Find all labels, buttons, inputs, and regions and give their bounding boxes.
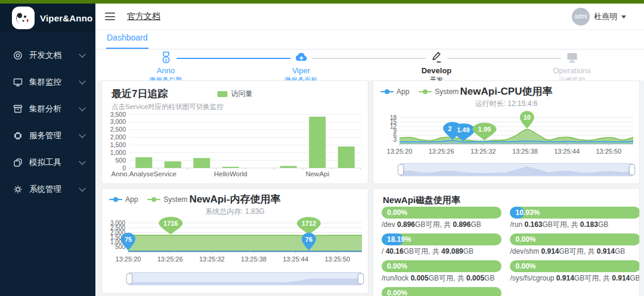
chevron-down-icon	[79, 185, 85, 191]
disk-percent-label: 0.00%	[515, 233, 535, 245]
official-docs-link[interactable]: 官方文档	[127, 11, 160, 22]
panel-title: NewApi-CPU使用率	[373, 85, 639, 98]
disk-percent-label: 0.00%	[515, 260, 535, 272]
avatar[interactable]: admi	[572, 8, 590, 26]
step-connector	[447, 58, 561, 59]
sidebar: Viper&Anno 开发文档 集群监控 集群分析 服务管理	[0, 4, 95, 296]
svg-text:HelloWorld: HelloWorld	[214, 170, 247, 177]
user-menu[interactable]: admi 杜燕明	[572, 8, 634, 26]
panel-subtitle: 运行时长: 12:15:4:6	[373, 99, 639, 109]
step-viper: Viper 微服务面板	[253, 51, 349, 85]
visits-bar-chart[interactable]: 3,5003,0002,5002,0001,5001,0005000Anno.A…	[102, 111, 369, 182]
username: 杜燕明	[594, 11, 617, 22]
svg-text:13:25:50: 13:25:50	[324, 256, 350, 263]
disk-progress-bar: 0.00%	[382, 287, 501, 296]
panel-subtitle: 系统总内存: 1.83G	[102, 207, 368, 217]
svg-text:3: 3	[393, 136, 397, 143]
svg-text:1712: 1712	[302, 220, 316, 227]
legend-label: 访问量	[231, 89, 253, 99]
datazoom-handle[interactable]	[358, 273, 364, 284]
memory-datazoom-slider[interactable]	[128, 272, 362, 285]
sidebar-item-system-mgmt[interactable]: 系统管理	[0, 176, 95, 202]
disk-progress-bar: 0.00%	[510, 233, 640, 245]
chevron-down-icon	[79, 131, 85, 138]
svg-text:13:25:32: 13:25:32	[470, 148, 496, 155]
svg-text:NewApi: NewApi	[305, 170, 329, 177]
disk-mount-label: /dev/shm 0.914GB可用, 共 0.914GB	[510, 247, 640, 257]
svg-text:500: 500	[115, 157, 126, 164]
visits-bar[interactable]	[135, 157, 152, 168]
legend-visits[interactable]: 访问量	[218, 89, 253, 99]
visits-bar[interactable]	[280, 166, 297, 168]
step-title: Develop	[389, 66, 484, 75]
app-root: Viper&Anno 开发文档 集群监控 集群分析 服务管理	[0, 0, 644, 296]
sidebar-item-service-mgmt[interactable]: 服务管理	[0, 122, 95, 149]
svg-text:1.99: 1.99	[478, 126, 491, 133]
panel-title: NewApi-内存使用率	[102, 192, 368, 206]
disk-item: 0.00%/sys/fs/cgroup 0.914GB可用, 共 0.914GB	[510, 260, 640, 283]
sidebar-item-label: 集群分析	[29, 104, 61, 114]
svg-text:13:25:50: 13:25:50	[596, 148, 621, 155]
disk-percent-label: 18.19%	[387, 233, 411, 245]
disk-item: 0.00%/dev/shm 0.914GB可用, 共 0.914GB	[510, 233, 640, 257]
panel-cpu-usage: App System NewApi-CPU使用率 运行时长: 12:15:4:6…	[373, 80, 640, 184]
svg-text:Anno.AnalyseService: Anno.AnalyseService	[112, 170, 177, 177]
service-icon	[13, 131, 23, 141]
svg-text:13:25:38: 13:25:38	[512, 148, 538, 155]
step-title: Anno	[118, 66, 213, 75]
chevron-down-icon	[79, 51, 85, 57]
step-title: Viper	[253, 66, 349, 75]
legend-swatch-green	[218, 91, 228, 97]
logo-panda-icon	[12, 7, 35, 29]
datazoom-handle[interactable]	[398, 164, 404, 175]
dashboard-content: 最近7日追踪 访问量 点击Service对应的柱状图可切换监控 3,5003,0…	[95, 80, 644, 296]
svg-text:13:25:26: 13:25:26	[429, 148, 454, 155]
sidebar-item-dev-docs[interactable]: 开发文档	[0, 42, 95, 68]
tab-bar: Dashboard	[95, 30, 644, 49]
disk-mount-label: /sys/fs/cgroup 0.914GB可用, 共 0.914GB	[510, 273, 640, 283]
memory-line-chart: 3,0002,5002,0001,5001,00050013:25:2013:2…	[102, 217, 369, 269]
visits-bar[interactable]	[309, 117, 326, 168]
chevron-down-icon	[79, 77, 85, 84]
cpu-datazoom-slider[interactable]	[400, 163, 633, 176]
step-connector	[177, 58, 290, 59]
sidebar-item-cluster-monitor[interactable]: 集群监控	[0, 68, 95, 95]
sidebar-item-label: 集群监控	[29, 77, 61, 88]
svg-text:13:25:20: 13:25:20	[116, 256, 141, 263]
disk-progress-bar: 0.00%	[382, 260, 501, 272]
progress-steps: 1 Anno 微服务引擎 Viper 微服务面板 Develop 开发 Oper…	[95, 49, 644, 80]
svg-text:13:25:44: 13:25:44	[554, 148, 580, 155]
datazoom-handle[interactable]	[126, 273, 132, 284]
disk-progress-bar: 0.00%	[382, 207, 501, 219]
app-logo[interactable]: Viper&Anno	[0, 4, 95, 32]
sidebar-item-simulation-tools[interactable]: 模拟工具	[0, 149, 95, 176]
visits-bar[interactable]	[338, 147, 355, 168]
tab-dashboard[interactable]: Dashboard	[106, 33, 148, 49]
panel-subtitle: 点击Service对应的柱状图可切换监控	[112, 102, 224, 111]
logo-text: Viper&Anno	[40, 13, 92, 23]
svg-text:1,000: 1,000	[110, 149, 126, 156]
disk-percent-label: 10.93%	[515, 207, 540, 219]
disk-item: 10.93%/run 0.163GB可用, 共 0.183GB	[510, 207, 640, 230]
svg-text:13:25:26: 13:25:26	[157, 256, 183, 263]
svg-text:3,500: 3,500	[110, 111, 126, 118]
monitor-gray-icon	[565, 51, 579, 64]
sidebar-item-cluster-analysis[interactable]: 集群分析	[0, 95, 95, 122]
visits-bar[interactable]	[222, 167, 239, 168]
sidebar-item-label: 服务管理	[29, 130, 61, 141]
disk-item: 0.00%/run/lock 0.005GB可用, 共 0.005GB	[382, 260, 501, 283]
svg-text:1: 1	[165, 57, 168, 63]
sidebar-item-label: 模拟工具	[29, 157, 61, 168]
svg-text:13:25:32: 13:25:32	[199, 256, 225, 263]
svg-text:13:25:38: 13:25:38	[241, 256, 267, 263]
sidebar-nav: 开发文档 集群监控 集群分析 服务管理 模拟工具	[0, 42, 95, 202]
panel-title: NewApi磁盘使用率	[383, 195, 460, 206]
disk-progress-bar: 18.19%	[382, 233, 501, 245]
hamburger-icon[interactable]	[105, 13, 115, 20]
svg-text:1716: 1716	[163, 220, 178, 227]
step-operations: Operations 运维监控	[524, 51, 620, 85]
panel-disk-usage: NewApi磁盘使用率 0.00%/dev 0.896GB可用, 共 0.896…	[373, 188, 640, 296]
datazoom-handle[interactable]	[629, 164, 635, 175]
visits-bar[interactable]	[165, 161, 181, 168]
visits-bar[interactable]	[193, 158, 210, 168]
